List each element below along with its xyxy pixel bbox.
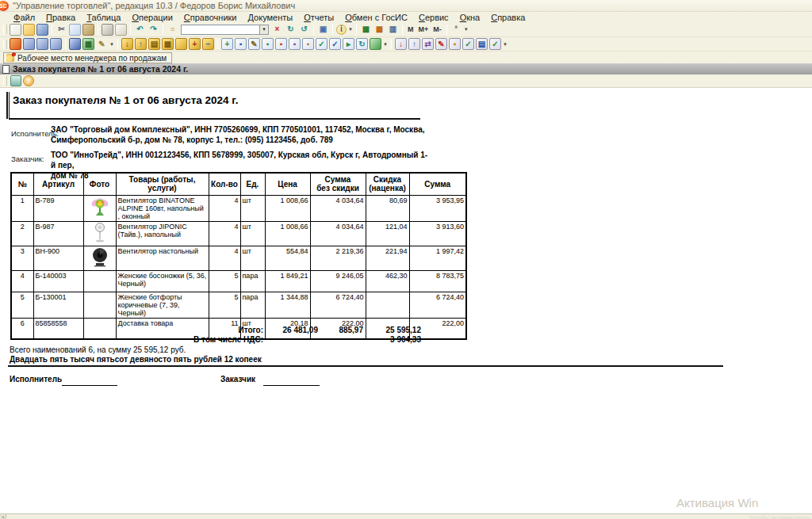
edit-order-icon[interactable]: ✎ <box>248 38 260 50</box>
dropdown-arrow-icon[interactable]: ▾ <box>463 26 469 32</box>
cell-name: Вентилятор BINATONE ALPINE 160вт, наполь… <box>116 195 209 221</box>
find-next-icon[interactable]: ↻ <box>285 24 297 36</box>
toolbar-grip[interactable] <box>3 25 7 34</box>
cell-num: 1 <box>11 195 33 221</box>
dropdown-arrow-icon[interactable]: ▾ <box>382 41 389 48</box>
load-gosis-icon[interactable]: ↓ <box>395 38 407 50</box>
dropdown-arrow-icon[interactable]: ▾ <box>109 41 115 48</box>
list-settings-icon[interactable]: ▦ <box>82 38 94 50</box>
window-list-icon[interactable]: ▣ <box>317 24 329 36</box>
coin-stack-icon[interactable] <box>175 38 187 50</box>
menu-item-5[interactable]: Документы <box>243 13 299 22</box>
info-icon[interactable]: i <box>336 25 347 35</box>
copy-icon[interactable] <box>69 24 81 36</box>
cash-receipt-icon[interactable]: ↓ <box>121 38 133 50</box>
payment-out-icon[interactable]: − <box>202 38 214 50</box>
menu-item-9[interactable]: Окна <box>454 13 486 22</box>
calendar-date-icon[interactable]: ▦ <box>373 24 385 36</box>
calculator-icon[interactable]: ▥ <box>387 24 399 36</box>
print-order-icon[interactable] <box>50 38 62 50</box>
reserve-goods-icon[interactable]: ▪ <box>262 38 274 50</box>
export-document-icon[interactable]: ▸ <box>343 38 354 50</box>
dropdown-arrow-icon[interactable]: ▾ <box>347 26 354 32</box>
signature-customer-label: Заказчик <box>220 375 255 384</box>
search-input[interactable] <box>181 25 260 35</box>
save-icon[interactable] <box>36 24 48 36</box>
fan-flower-image <box>90 211 110 219</box>
payment-from-order-icon[interactable]: ▪ <box>289 38 301 50</box>
calendar-icon[interactable]: ▦ <box>360 24 372 36</box>
menu-item-10[interactable]: Справка <box>485 13 530 22</box>
toolbar-grip[interactable] <box>3 76 7 86</box>
menu-item-8[interactable]: Сервис <box>413 13 454 22</box>
report-structure-icon[interactable] <box>370 38 381 50</box>
create-order-icon[interactable]: + <box>221 38 233 50</box>
menu-item-3[interactable]: Операции <box>126 13 178 22</box>
cell-qty: 5 <box>209 270 240 292</box>
unload-gosis-icon[interactable]: ↑ <box>408 38 420 50</box>
post-document-icon[interactable]: ✓ <box>316 38 327 50</box>
send-email-icon[interactable]: ✓ <box>489 38 501 50</box>
tab-sales-manager-workspace[interactable]: Рабочее место менеджера по продажам <box>3 52 172 63</box>
column-header-8: Скидка (наценка) <box>366 173 409 195</box>
invoice-from-order-icon[interactable]: ▪ <box>275 38 287 50</box>
cut-icon[interactable]: ✂ <box>56 24 67 36</box>
table-row: 3ВН-900Вентилятор настольный4шт554,842 2… <box>11 246 466 270</box>
cell-qty: 4 <box>209 195 240 221</box>
find-icon[interactable]: ○ <box>167 24 178 36</box>
cell-discount: 221,94 <box>366 246 409 270</box>
redo-icon[interactable]: ↷ <box>147 24 159 36</box>
find-previous-icon[interactable]: ↺ <box>298 24 310 36</box>
copy-order-icon[interactable]: ▪ <box>235 38 247 50</box>
cell-sku: Б-130001 <box>33 292 83 318</box>
menu-item-7[interactable]: Обмен с ГосИС <box>339 13 413 22</box>
exchange-gosis-icon[interactable]: ⇄ <box>422 38 434 50</box>
table-export-icon[interactable]: ▤ <box>476 38 488 50</box>
search-dropdown-icon[interactable]: ▾ <box>260 25 269 35</box>
help-icon[interactable]: ? <box>23 75 34 86</box>
memory-add-button[interactable]: M+ <box>416 25 431 33</box>
cell-sku: Б-140003 <box>33 270 83 292</box>
cell-name: Вентилятор JIPONIC (Тайв.), напольный <box>116 221 209 246</box>
shipment-from-order-icon[interactable]: ▪ <box>302 38 314 50</box>
related-documents-icon[interactable] <box>69 38 81 50</box>
print-icon[interactable] <box>102 24 113 36</box>
memory-subtract-button[interactable]: M- <box>431 25 444 33</box>
price-list-icon[interactable]: ▤ <box>148 38 160 50</box>
open-icon[interactable] <box>23 24 35 36</box>
payment-calendar-icon[interactable]: ▦ <box>162 38 174 50</box>
menu-item-6[interactable]: Отчеты <box>298 13 339 22</box>
report-print-icon[interactable] <box>10 38 21 50</box>
edit-document-icon[interactable]: ✎ <box>96 38 108 50</box>
menu-item-4[interactable]: Справочники <box>178 13 243 22</box>
stamp-document-icon[interactable]: ▪ <box>449 38 461 50</box>
payment-in-icon[interactable]: + <box>189 38 201 50</box>
new-document-icon[interactable] <box>10 24 21 36</box>
memory-recall-button[interactable]: M <box>405 25 416 33</box>
sign-document-icon[interactable]: ✎ <box>435 38 447 50</box>
workspace-tabrow: Рабочее место менеджера по продажам <box>0 52 812 63</box>
print-invoice-icon[interactable] <box>36 38 48 50</box>
clear-search-icon[interactable]: × <box>271 24 283 36</box>
child-window-titlebar[interactable]: Заказ покупателя № 1 от 06 августа 2024 … <box>0 63 812 74</box>
workspace-tab-icon <box>6 54 14 62</box>
horizontal-scrollbar[interactable]: ◂ Чтобы активировать <box>0 513 812 519</box>
verify-signature-icon[interactable]: ✓ <box>462 38 474 50</box>
dropdown-arrow-icon[interactable]: ▾ <box>502 41 508 48</box>
menu-item-0[interactable]: Файл <box>8 13 40 22</box>
undo-icon[interactable]: ↶ <box>134 24 146 36</box>
cell-discount <box>366 292 409 318</box>
print-forms-icon[interactable] <box>23 38 35 50</box>
print-document-icon[interactable] <box>10 75 21 86</box>
signature-executor-line <box>62 385 117 386</box>
toolbar-grip[interactable] <box>3 40 7 49</box>
menu-item-1[interactable]: Правка <box>40 13 81 22</box>
refresh-list-icon[interactable]: ↻ <box>356 38 368 50</box>
print-preview-icon[interactable] <box>115 24 127 36</box>
paste-icon[interactable] <box>82 24 94 36</box>
check-status-icon[interactable]: ✓ <box>329 38 341 50</box>
cash-expense-icon[interactable]: ↑ <box>135 38 147 50</box>
menu-item-2[interactable]: Таблица <box>81 13 126 22</box>
service-settings-icon[interactable]: * <box>450 24 462 36</box>
scroll-left-arrow-icon[interactable]: ◂ <box>0 514 6 519</box>
